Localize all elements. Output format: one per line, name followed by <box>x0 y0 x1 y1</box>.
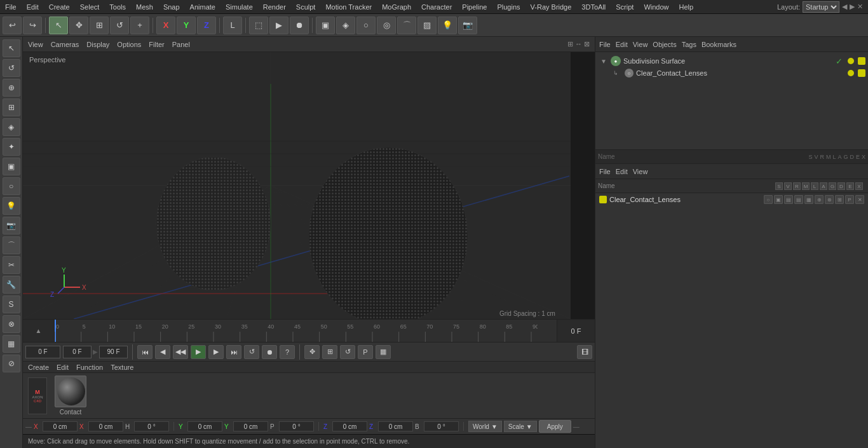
local-coord-button[interactable]: L <box>223 17 242 34</box>
sidebar-poly-btn[interactable]: ◈ <box>3 118 20 136</box>
menu-script[interactable]: Script <box>611 2 639 12</box>
x-axis-button[interactable]: X <box>156 17 175 34</box>
obj-list-icon-3[interactable]: ▤ <box>784 195 793 204</box>
subdivide-btn[interactable]: ▨ <box>417 17 437 34</box>
viewport-canvas[interactable]: X Y Z Grid Spacing : 1 cm Perspective <box>23 52 595 319</box>
layout-next[interactable]: ▶ <box>850 3 855 11</box>
geo-btn[interactable]: ◎ <box>377 17 396 34</box>
jump-start-button[interactable]: ⏮ <box>137 345 153 359</box>
layout-prev[interactable]: ◀ <box>842 3 847 11</box>
menu-3dtoall[interactable]: 3DToAll <box>576 2 611 12</box>
pb-film[interactable]: 🎞 <box>577 345 592 359</box>
playback-frame-start[interactable]: 0 F <box>25 346 60 358</box>
menu-mesh[interactable]: Mesh <box>131 2 158 12</box>
sidebar-sculpt-btn[interactable]: ⊗ <box>3 315 20 333</box>
render-active-button[interactable]: ▶ <box>269 17 288 34</box>
camera-btn[interactable]: 📷 <box>458 17 477 34</box>
obj-list-icon-2[interactable]: ▣ <box>774 195 783 204</box>
menu-simulate[interactable]: Simulate <box>220 2 258 12</box>
viewport-panel-menu[interactable]: Panel <box>172 41 190 48</box>
mat-edit-menu[interactable]: Edit <box>57 363 69 371</box>
sphere-button[interactable]: ○ <box>356 17 376 34</box>
coord-p-field[interactable]: 0 ° <box>279 421 314 431</box>
help-button[interactable]: ? <box>280 345 295 359</box>
mat-texture-menu[interactable]: Texture <box>111 363 133 371</box>
pb-record-active[interactable]: P <box>358 345 373 359</box>
menu-vray[interactable]: V-Ray Bridge <box>526 2 577 12</box>
render-all-button[interactable]: ⏺ <box>290 17 309 34</box>
menu-render[interactable]: Render <box>258 2 291 12</box>
y-axis-button[interactable]: Y <box>177 17 196 34</box>
menu-snap[interactable]: Snap <box>158 2 185 12</box>
menu-create[interactable]: Create <box>44 2 75 12</box>
viewport-display-menu[interactable]: Display <box>86 41 109 48</box>
playback-range-start[interactable]: 0 F <box>63 346 92 358</box>
viewport-container[interactable]: View Cameras Display Options Filter Pane… <box>23 37 595 319</box>
play-reverse-button[interactable]: ◀◀ <box>173 345 188 359</box>
menu-window[interactable]: Window <box>639 2 674 12</box>
move-tool-button[interactable]: ✥ <box>69 17 88 34</box>
sidebar-rotate-btn[interactable]: ↺ <box>3 59 20 77</box>
jump-end-button[interactable]: ⏭ <box>226 345 241 359</box>
timeline-ruler[interactable]: 051015202530354045505560657075808590 <box>55 320 557 342</box>
menu-character[interactable]: Character <box>416 2 457 12</box>
viewport-cameras-menu[interactable]: Cameras <box>51 41 79 48</box>
sidebar-move-btn[interactable]: ↖ <box>3 39 20 57</box>
redo-button[interactable]: ↪ <box>23 17 42 34</box>
obj-list-icon-8[interactable]: ⊞ <box>835 195 844 204</box>
coord-y2-field[interactable]: 0 cm <box>233 421 268 431</box>
obj-bottom-view[interactable]: View <box>633 168 648 175</box>
play-forward-button[interactable]: ▶ <box>191 345 206 359</box>
rotate-tool-button[interactable]: ↺ <box>110 17 129 34</box>
loop-button[interactable]: ↺ <box>244 345 259 359</box>
viewport-options-menu[interactable]: Options <box>117 41 141 48</box>
pb-move-tool[interactable]: ✥ <box>304 345 320 359</box>
obj-row-subdivision[interactable]: ▼ ● Subdivision Surface ✓ <box>595 55 868 67</box>
menu-pipeline[interactable]: Pipeline <box>457 2 492 12</box>
obj-view-menu[interactable]: View <box>633 41 648 48</box>
expand-arrow-subdivision[interactable]: ▼ <box>600 58 608 65</box>
sidebar-magnet-btn[interactable]: 🔧 <box>3 276 20 294</box>
obj-file-menu[interactable]: File <box>599 41 611 48</box>
viewport-expand-icon[interactable]: ⊞ ↔ ⊠ <box>567 40 590 48</box>
obj-row-contact-lenses[interactable]: ↳ ○ Clear_Contact_Lenses <box>595 67 868 79</box>
coord-y-field[interactable]: 0 cm <box>187 421 222 431</box>
obj-list-icon-1[interactable]: ○ <box>764 195 773 204</box>
menu-animate[interactable]: Animate <box>185 2 220 12</box>
record-button[interactable]: ⏺ <box>262 345 277 359</box>
scale-tool-button[interactable]: ⊞ <box>90 17 109 34</box>
material-thumbnail[interactable] <box>55 376 86 407</box>
mat-create-menu[interactable]: Create <box>28 363 49 371</box>
menu-plugins[interactable]: Plugins <box>492 2 525 12</box>
obj-list-item[interactable]: Clear_Contact_Lenses ○ ▣ ▤ ▤ ▦ ⊕ ⊗ ⊞ P ✕ <box>595 193 868 206</box>
step-forward-button[interactable]: ▶ <box>208 345 224 359</box>
obj-bookmarks-menu[interactable]: Bookmarks <box>702 41 736 48</box>
obj-bottom-file[interactable]: File <box>599 168 611 175</box>
sidebar-cam-btn[interactable]: 📷 <box>3 217 20 234</box>
world-dropdown[interactable]: World ▼ <box>468 421 502 432</box>
menu-help[interactable]: Help <box>674 2 699 12</box>
layout-settings[interactable]: ✕ <box>857 3 863 11</box>
menu-motion-tracker[interactable]: Motion Tracker <box>320 2 377 12</box>
mat-function-menu[interactable]: Function <box>76 363 103 371</box>
step-back-button[interactable]: ◀ <box>155 345 170 359</box>
coord-z-field[interactable]: 0 cm <box>332 421 367 431</box>
menu-select[interactable]: Select <box>75 2 105 12</box>
sidebar-cube-btn[interactable]: ▣ <box>3 158 20 175</box>
pb-grid[interactable]: ▦ <box>376 345 391 359</box>
scale-dropdown[interactable]: Scale ▼ <box>504 421 537 432</box>
menu-edit[interactable]: Edit <box>22 2 44 12</box>
sidebar-floor-btn[interactable]: ▦ <box>3 335 20 353</box>
obj-bottom-edit[interactable]: Edit <box>616 168 628 175</box>
obj-list-icon-5[interactable]: ▦ <box>804 195 813 204</box>
sidebar-paint-btn[interactable]: S <box>3 295 20 313</box>
z-axis-button[interactable]: Z <box>197 17 216 34</box>
bend-btn[interactable]: ⌒ <box>397 17 416 34</box>
sidebar-light-btn[interactable]: 💡 <box>3 197 20 215</box>
obj-list-icon-9[interactable]: P <box>845 195 854 204</box>
sidebar-bend-btn[interactable]: ⌒ <box>3 236 20 254</box>
obj-list-icon-4[interactable]: ▤ <box>794 195 803 204</box>
light-btn[interactable]: 💡 <box>438 17 457 34</box>
sidebar-sym-btn[interactable]: ⊘ <box>3 355 20 372</box>
coord-z2-field[interactable]: 0 cm <box>378 421 413 431</box>
